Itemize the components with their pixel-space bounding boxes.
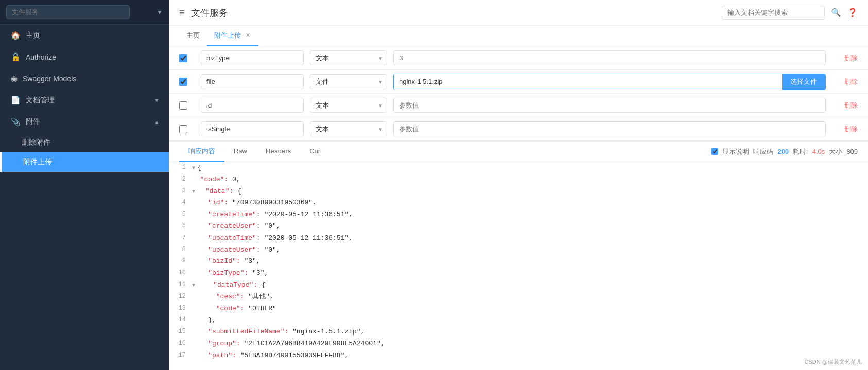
sidebar-header: ▼ bbox=[0, 0, 169, 25]
resp-tab-content-label: 响应内容 bbox=[188, 147, 215, 156]
biztype-delete-btn[interactable]: 删除 bbox=[844, 54, 858, 62]
id-value-input[interactable] bbox=[393, 98, 826, 113]
id-delete-btn[interactable]: 删除 bbox=[844, 101, 858, 109]
sidebar-item-doc-manage[interactable]: 📄 文档管理 ▼ bbox=[0, 90, 169, 111]
line-number: 15 bbox=[169, 327, 192, 337]
file-value-input[interactable] bbox=[394, 74, 782, 90]
sidebar-sub-item-delete-attachment[interactable]: 删除附件 bbox=[0, 133, 169, 152]
sidebar-search-input[interactable] bbox=[6, 5, 130, 19]
issingle-value-col bbox=[393, 121, 826, 136]
resp-size-label: 大小 bbox=[829, 147, 842, 156]
top-search-input[interactable] bbox=[722, 6, 825, 20]
code-line: 8 "updateUser": "0", bbox=[169, 244, 868, 256]
choose-file-btn[interactable]: 选择文件 bbox=[782, 74, 825, 90]
sidebar-item-attachment[interactable]: 📎 附件 ▲ bbox=[0, 111, 169, 133]
sidebar-item-home-label: 主页 bbox=[26, 31, 40, 40]
code-line: 15 "submittedFileName": "nginx-1.5.1.zip… bbox=[169, 326, 868, 338]
file-type-select[interactable]: 文本 文件 bbox=[310, 74, 387, 89]
sidebar-item-authorize-label: Authorize bbox=[26, 53, 56, 61]
resp-size-value: 809 bbox=[846, 148, 858, 155]
line-content: "code": 0, bbox=[192, 174, 868, 185]
header-right: 🔍 ❓ bbox=[722, 6, 858, 20]
issingle-delete-btn[interactable]: 删除 bbox=[844, 125, 858, 133]
file-delete-btn[interactable]: 删除 bbox=[844, 78, 858, 85]
id-type-select[interactable]: 文本 文件 bbox=[310, 98, 387, 113]
sidebar-sub-item-upload-attachment[interactable]: 附件上传 bbox=[0, 152, 169, 172]
sidebar-item-authorize[interactable]: 🔓 Authorize bbox=[0, 46, 169, 68]
issingle-name-input[interactable] bbox=[201, 121, 304, 136]
footer-watermark: CSDN @假装文艺范儿 bbox=[805, 358, 862, 366]
code-line: 3▼ "data": { bbox=[169, 186, 868, 198]
line-number: 11 bbox=[169, 280, 192, 290]
id-type-select-wrap: 文本 文件 ▼ bbox=[310, 98, 387, 113]
form-row-id: 文本 文件 ▼ 删除 bbox=[169, 94, 868, 117]
show-desc-checkbox[interactable] bbox=[711, 148, 718, 155]
code-line: 6 "createUser": "0", bbox=[169, 221, 868, 233]
resp-tab-content[interactable]: 响应内容 bbox=[179, 142, 224, 162]
form-row-issingle: 文本 文件 ▼ 删除 bbox=[169, 117, 868, 141]
biztype-value-input[interactable] bbox=[393, 50, 826, 65]
line-content: "createTime": "2020-05-12 11:36:51", bbox=[192, 209, 868, 220]
issingle-checkbox[interactable] bbox=[179, 125, 187, 133]
code-viewer: 1▼{2 "code": 0,3▼ "data": {4 "id": "7097… bbox=[169, 162, 868, 362]
tab-home[interactable]: 主页 bbox=[179, 26, 207, 46]
code-line: 7 "updateTime": "2020-05-12 11:36:51", bbox=[169, 233, 868, 244]
issingle-value-input[interactable] bbox=[393, 121, 826, 136]
issingle-type-col: 文本 文件 ▼ bbox=[310, 121, 387, 136]
line-number: 10 bbox=[169, 268, 192, 278]
response-tabs-right: 显示说明 响应码 200 耗时: 4.0s 大小 809 bbox=[711, 147, 858, 156]
code-line: 17 "path": "5EBA19D74001553939FEFF88", bbox=[169, 350, 868, 362]
biztype-checkbox[interactable] bbox=[179, 54, 187, 62]
biztype-type-col: 文本 文件 ▼ bbox=[310, 50, 387, 65]
file-value-col: 选择文件 bbox=[393, 74, 826, 90]
id-checkbox[interactable] bbox=[179, 101, 187, 110]
hamburger-icon[interactable]: ≡ bbox=[179, 7, 185, 18]
line-content: "bizType": "3", bbox=[192, 268, 868, 279]
tab-upload-label: 附件上传 bbox=[214, 31, 241, 40]
line-content: "bizId": "3", bbox=[192, 256, 868, 267]
file-checkbox[interactable] bbox=[179, 78, 187, 86]
biztype-type-select-wrap: 文本 文件 ▼ bbox=[310, 50, 387, 65]
biztype-name-input[interactable] bbox=[201, 50, 304, 65]
resp-tab-curl[interactable]: Curl bbox=[300, 142, 331, 162]
resp-tab-raw-label: Raw bbox=[234, 147, 247, 155]
line-number: 5 bbox=[169, 209, 192, 219]
tab-upload-close-icon[interactable]: ✕ bbox=[244, 32, 251, 39]
content-area: 文本 文件 ▼ 删除 bbox=[169, 46, 868, 370]
sidebar-item-attachment-label: 附件 bbox=[26, 117, 40, 127]
sidebar-item-home[interactable]: 🏠 主页 bbox=[0, 25, 169, 46]
resp-tab-headers-label: Headers bbox=[266, 147, 291, 155]
sidebar-item-doc-manage-label: 文档管理 bbox=[26, 96, 55, 105]
line-number: 12 bbox=[169, 292, 192, 302]
line-number: 16 bbox=[169, 339, 192, 348]
line-content: "path": "5EBA19D74001553939FEFF88", bbox=[192, 350, 868, 361]
issingle-type-select[interactable]: 文本 文件 bbox=[310, 121, 387, 136]
search-icon[interactable]: 🔍 bbox=[831, 8, 841, 17]
form-row-biztype: 文本 文件 ▼ 删除 bbox=[169, 46, 868, 70]
line-toggle-icon[interactable]: ▼ bbox=[192, 165, 195, 171]
top-header: ≡ 文件服务 🔍 ❓ bbox=[169, 0, 868, 26]
resp-tab-raw[interactable]: Raw bbox=[224, 142, 256, 162]
line-number: 4 bbox=[169, 198, 192, 207]
sidebar-sub-item-delete-label: 删除附件 bbox=[22, 138, 50, 147]
line-content: }, bbox=[192, 315, 868, 326]
sidebar-item-swagger-models[interactable]: ◉ Swagger Models bbox=[0, 68, 169, 90]
show-desc-label: 显示说明 bbox=[722, 147, 749, 156]
line-number: 7 bbox=[169, 233, 192, 243]
line-content: "code": "OTHER" bbox=[192, 304, 868, 314]
file-name-col bbox=[201, 74, 304, 89]
code-line: 11▼ "dataType": { bbox=[169, 279, 868, 291]
help-icon[interactable]: ❓ bbox=[847, 8, 858, 17]
line-content: "updateTime": "2020-05-12 11:36:51", bbox=[192, 233, 868, 244]
line-content: "submittedFileName": "nginx-1.5.1.zip", bbox=[192, 327, 868, 338]
line-number: 6 bbox=[169, 221, 192, 231]
resp-tab-headers[interactable]: Headers bbox=[256, 142, 300, 162]
line-toggle-icon[interactable]: ▼ bbox=[192, 283, 195, 288]
biztype-type-select[interactable]: 文本 文件 bbox=[310, 50, 387, 65]
line-content: ▼ "data": { bbox=[192, 186, 868, 197]
id-name-input[interactable] bbox=[201, 98, 304, 113]
line-toggle-icon[interactable]: ▼ bbox=[192, 189, 195, 195]
line-number: 8 bbox=[169, 245, 192, 255]
tab-upload[interactable]: 附件上传 ✕ bbox=[207, 26, 258, 46]
file-name-input[interactable] bbox=[201, 74, 304, 89]
